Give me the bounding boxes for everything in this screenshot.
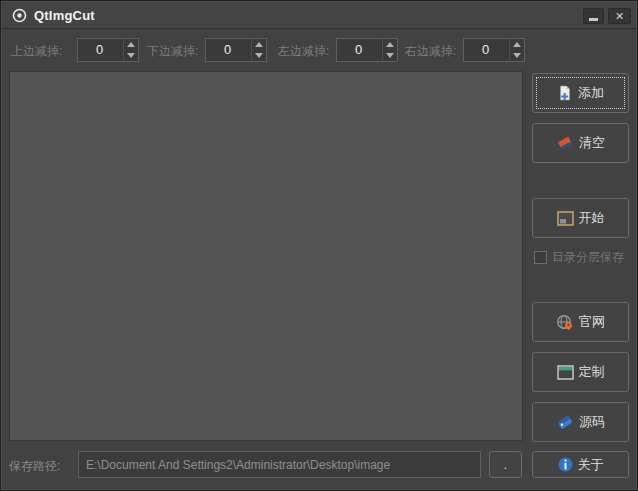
arrow-up-icon xyxy=(127,42,135,47)
close-button[interactable]: ✕ xyxy=(608,8,631,24)
trim-top-label: 上边减掉: xyxy=(11,43,62,60)
browse-button-label: . xyxy=(504,458,507,472)
trim-left-spinbox[interactable]: 0 xyxy=(336,38,398,62)
trim-bottom-label: 下边减掉: xyxy=(147,43,198,60)
arrow-down-icon xyxy=(513,53,521,58)
title-bar[interactable]: QtImgCut ✕ xyxy=(2,2,636,29)
save-path-input[interactable] xyxy=(78,451,481,478)
minimize-button[interactable] xyxy=(583,8,604,24)
spin-down-button[interactable] xyxy=(383,50,397,61)
clear-button[interactable]: 清空 xyxy=(532,123,629,163)
globe-pin-icon xyxy=(556,314,574,331)
about-button-label: 关于 xyxy=(578,456,604,474)
trim-top-value[interactable]: 0 xyxy=(78,39,123,61)
start-button[interactable]: 开始 xyxy=(532,198,629,238)
spin-down-button[interactable] xyxy=(124,50,138,61)
spin-up-button[interactable] xyxy=(252,39,266,50)
app-logo-icon xyxy=(11,7,27,23)
trim-left-value[interactable]: 0 xyxy=(337,39,382,61)
spin-up-button[interactable] xyxy=(510,39,524,50)
arrow-up-icon xyxy=(255,42,263,47)
trim-right-spinbox[interactable]: 0 xyxy=(463,38,525,62)
add-button-label: 添加 xyxy=(578,84,604,102)
trim-bottom-value[interactable]: 0 xyxy=(206,39,251,61)
website-button[interactable]: 官网 xyxy=(532,302,629,342)
about-button[interactable]: 关于 xyxy=(532,451,629,478)
browse-button[interactable]: . xyxy=(489,451,522,478)
trim-right-value[interactable]: 0 xyxy=(464,39,509,61)
custom-button-label: 定制 xyxy=(579,363,605,381)
arrow-up-icon xyxy=(513,42,521,47)
info-icon xyxy=(558,457,573,472)
source-button[interactable]: 源码 xyxy=(532,402,629,442)
add-file-icon xyxy=(557,85,573,101)
spin-down-button[interactable] xyxy=(252,50,266,61)
clear-button-label: 清空 xyxy=(579,134,605,152)
start-button-label: 开始 xyxy=(579,209,605,227)
save-path-label: 保存路径: xyxy=(9,458,60,475)
arrow-down-icon xyxy=(127,53,135,58)
spin-down-button[interactable] xyxy=(510,50,524,61)
window-icon xyxy=(557,365,574,380)
checkbox-icon[interactable] xyxy=(534,251,547,264)
website-button-label: 官网 xyxy=(579,313,605,331)
window-title: QtImgCut xyxy=(34,8,95,23)
layer-save-checkbox-row[interactable]: 目录分层保存 xyxy=(534,249,624,266)
minimize-icon xyxy=(589,18,598,21)
trim-top-spinbox[interactable]: 0 xyxy=(77,38,139,62)
image-list-area[interactable] xyxy=(9,71,523,441)
eraser-icon xyxy=(556,135,574,151)
trim-left-label: 左边减掉: xyxy=(278,43,329,60)
custom-button[interactable]: 定制 xyxy=(532,352,629,392)
spin-up-button[interactable] xyxy=(383,39,397,50)
spin-up-button[interactable] xyxy=(124,39,138,50)
crop-frame-icon xyxy=(557,211,574,226)
arrow-down-icon xyxy=(255,53,263,58)
arrow-up-icon xyxy=(386,42,394,47)
arrow-down-icon xyxy=(386,53,394,58)
app-window: QtImgCut ✕ 上边减掉: 0 下边减掉: 0 左边减掉: 0 右边减掉: xyxy=(0,0,638,491)
add-button[interactable]: 添加 xyxy=(532,73,629,113)
trim-bottom-spinbox[interactable]: 0 xyxy=(205,38,267,62)
source-button-label: 源码 xyxy=(579,413,605,431)
layer-save-checkbox-label: 目录分层保存 xyxy=(552,249,624,266)
tag-icon xyxy=(556,414,574,431)
close-icon: ✕ xyxy=(615,11,624,22)
trim-right-label: 右边减掉: xyxy=(405,43,456,60)
